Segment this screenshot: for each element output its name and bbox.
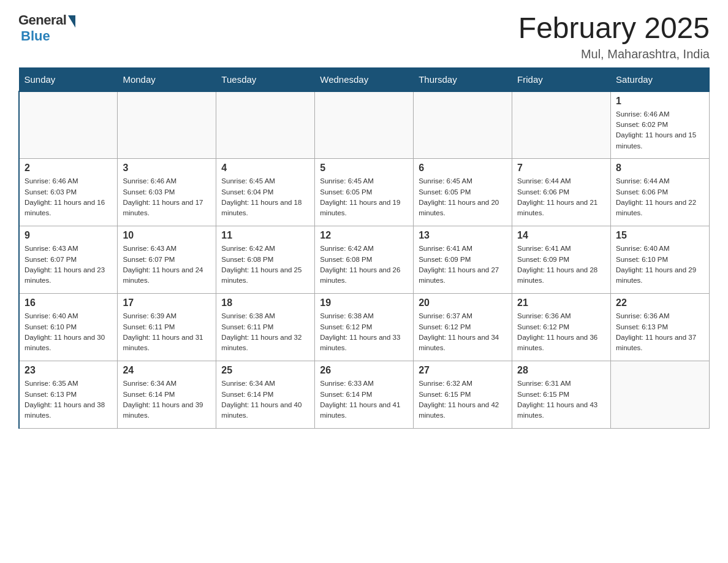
calendar-cell: 13Sunrise: 6:41 AMSunset: 6:09 PMDayligh… [414,226,512,294]
day-number: 11 [221,230,309,241]
day-number: 13 [419,230,507,241]
page-header: General Blue February 2025 Mul, Maharash… [18,12,710,61]
weekday-header-friday: Friday [512,67,611,91]
day-info: Sunrise: 6:46 AMSunset: 6:02 PMDaylight:… [616,109,704,151]
day-number: 16 [25,297,112,308]
location-title: Mul, Maharashtra, India [518,47,710,61]
weekday-header-sunday: Sunday [19,67,118,91]
calendar-cell: 7Sunrise: 6:44 AMSunset: 6:06 PMDaylight… [512,159,611,226]
day-number: 12 [320,230,408,241]
calendar-cell: 22Sunrise: 6:36 AMSunset: 6:13 PMDayligh… [611,294,710,361]
day-number: 20 [419,297,507,308]
calendar-cell [414,91,512,159]
day-info: Sunrise: 6:40 AMSunset: 6:10 PMDaylight:… [25,311,112,353]
day-number: 4 [221,163,309,174]
calendar-cell: 28Sunrise: 6:31 AMSunset: 6:15 PMDayligh… [512,361,611,429]
day-number: 17 [123,297,211,308]
calendar-cell: 18Sunrise: 6:38 AMSunset: 6:11 PMDayligh… [216,294,315,361]
day-info: Sunrise: 6:41 AMSunset: 6:09 PMDaylight:… [517,243,605,286]
day-info: Sunrise: 6:45 AMSunset: 6:05 PMDaylight:… [320,176,408,218]
day-info: Sunrise: 6:37 AMSunset: 6:12 PMDaylight:… [419,311,507,353]
calendar-cell: 3Sunrise: 6:46 AMSunset: 6:03 PMDaylight… [118,159,216,226]
day-number: 8 [616,163,704,174]
calendar-cell: 10Sunrise: 6:43 AMSunset: 6:07 PMDayligh… [118,226,216,294]
day-info: Sunrise: 6:35 AMSunset: 6:13 PMDaylight:… [25,378,112,421]
day-number: 9 [25,230,112,241]
weekday-header-saturday: Saturday [611,67,710,91]
calendar-cell: 6Sunrise: 6:45 AMSunset: 6:05 PMDaylight… [414,159,512,226]
calendar-cell [512,91,611,159]
day-info: Sunrise: 6:46 AMSunset: 6:03 PMDaylight:… [123,176,211,218]
day-info: Sunrise: 6:40 AMSunset: 6:10 PMDaylight:… [616,243,704,286]
calendar-week-3: 9Sunrise: 6:43 AMSunset: 6:07 PMDaylight… [19,226,710,294]
day-number: 14 [517,230,605,241]
calendar-cell: 16Sunrise: 6:40 AMSunset: 6:10 PMDayligh… [19,294,118,361]
calendar-cell [118,91,216,159]
day-info: Sunrise: 6:46 AMSunset: 6:03 PMDaylight:… [25,176,112,218]
day-info: Sunrise: 6:39 AMSunset: 6:11 PMDaylight:… [123,311,211,353]
day-number: 5 [320,163,408,174]
logo: General Blue [18,12,75,44]
weekday-header-monday: Monday [118,67,216,91]
calendar-week-2: 2Sunrise: 6:46 AMSunset: 6:03 PMDaylight… [19,159,710,226]
calendar-cell: 2Sunrise: 6:46 AMSunset: 6:03 PMDaylight… [19,159,118,226]
calendar-week-4: 16Sunrise: 6:40 AMSunset: 6:10 PMDayligh… [19,294,710,361]
day-info: Sunrise: 6:32 AMSunset: 6:15 PMDaylight:… [419,378,507,421]
calendar-cell: 21Sunrise: 6:36 AMSunset: 6:12 PMDayligh… [512,294,611,361]
logo-arrow-icon [68,15,75,28]
calendar-table: SundayMondayTuesdayWednesdayThursdayFrid… [18,67,710,429]
calendar-cell: 25Sunrise: 6:34 AMSunset: 6:14 PMDayligh… [216,361,315,429]
day-info: Sunrise: 6:34 AMSunset: 6:14 PMDaylight:… [221,378,309,421]
weekday-header-wednesday: Wednesday [315,67,414,91]
day-info: Sunrise: 6:34 AMSunset: 6:14 PMDaylight:… [123,378,211,421]
month-title: February 2025 [518,12,710,45]
calendar-cell [315,91,414,159]
calendar-cell: 12Sunrise: 6:42 AMSunset: 6:08 PMDayligh… [315,226,414,294]
calendar-cell: 5Sunrise: 6:45 AMSunset: 6:05 PMDaylight… [315,159,414,226]
calendar-cell: 26Sunrise: 6:33 AMSunset: 6:14 PMDayligh… [315,361,414,429]
calendar-cell: 20Sunrise: 6:37 AMSunset: 6:12 PMDayligh… [414,294,512,361]
day-number: 21 [517,297,605,308]
calendar-cell: 23Sunrise: 6:35 AMSunset: 6:13 PMDayligh… [19,361,118,429]
title-section: February 2025 Mul, Maharashtra, India [518,12,710,61]
day-number: 23 [25,365,112,376]
calendar-cell: 15Sunrise: 6:40 AMSunset: 6:10 PMDayligh… [611,226,710,294]
day-info: Sunrise: 6:41 AMSunset: 6:09 PMDaylight:… [419,243,507,286]
calendar-week-1: 1Sunrise: 6:46 AMSunset: 6:02 PMDaylight… [19,91,710,159]
calendar-cell: 24Sunrise: 6:34 AMSunset: 6:14 PMDayligh… [118,361,216,429]
day-info: Sunrise: 6:38 AMSunset: 6:11 PMDaylight:… [221,311,309,353]
day-number: 19 [320,297,408,308]
day-info: Sunrise: 6:44 AMSunset: 6:06 PMDaylight:… [517,176,605,218]
calendar-cell: 11Sunrise: 6:42 AMSunset: 6:08 PMDayligh… [216,226,315,294]
day-info: Sunrise: 6:31 AMSunset: 6:15 PMDaylight:… [517,378,605,421]
calendar-cell [216,91,315,159]
weekday-header-tuesday: Tuesday [216,67,315,91]
day-number: 15 [616,230,704,241]
day-number: 10 [123,230,211,241]
calendar-cell: 17Sunrise: 6:39 AMSunset: 6:11 PMDayligh… [118,294,216,361]
day-info: Sunrise: 6:43 AMSunset: 6:07 PMDaylight:… [25,243,112,286]
day-info: Sunrise: 6:36 AMSunset: 6:12 PMDaylight:… [517,311,605,353]
day-number: 22 [616,297,704,308]
day-number: 2 [25,163,112,174]
calendar-cell [611,361,710,429]
day-number: 7 [517,163,605,174]
calendar-cell [19,91,118,159]
day-number: 18 [221,297,309,308]
day-info: Sunrise: 6:45 AMSunset: 6:05 PMDaylight:… [419,176,507,218]
day-info: Sunrise: 6:42 AMSunset: 6:08 PMDaylight:… [221,243,309,286]
weekday-header-row: SundayMondayTuesdayWednesdayThursdayFrid… [19,67,710,91]
day-info: Sunrise: 6:45 AMSunset: 6:04 PMDaylight:… [221,176,309,218]
calendar-cell: 4Sunrise: 6:45 AMSunset: 6:04 PMDaylight… [216,159,315,226]
day-number: 27 [419,365,507,376]
day-number: 28 [517,365,605,376]
day-info: Sunrise: 6:43 AMSunset: 6:07 PMDaylight:… [123,243,211,286]
logo-blue-text: Blue [21,28,50,44]
day-info: Sunrise: 6:44 AMSunset: 6:06 PMDaylight:… [616,176,704,218]
day-info: Sunrise: 6:38 AMSunset: 6:12 PMDaylight:… [320,311,408,353]
weekday-header-thursday: Thursday [414,67,512,91]
day-number: 25 [221,365,309,376]
calendar-cell: 8Sunrise: 6:44 AMSunset: 6:06 PMDaylight… [611,159,710,226]
day-info: Sunrise: 6:36 AMSunset: 6:13 PMDaylight:… [616,311,704,353]
calendar-week-5: 23Sunrise: 6:35 AMSunset: 6:13 PMDayligh… [19,361,710,429]
